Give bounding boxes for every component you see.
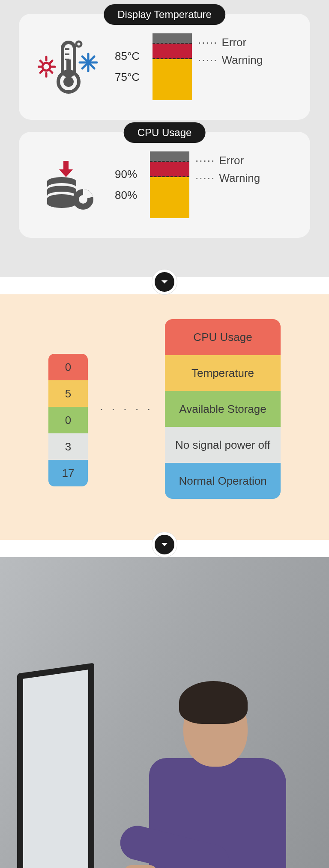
label-normal: Normal Operation [165, 463, 281, 499]
database-usage-icon [38, 159, 102, 210]
label-nosignal: No signal power off [165, 427, 281, 463]
operator-photo [0, 557, 329, 868]
status-counts-column: 0 5 0 3 17 [48, 354, 88, 486]
temp-warning-label: Warning [198, 53, 263, 67]
cpu-usage-card: CPU Usage [19, 132, 310, 238]
label-temp: Temperature [165, 355, 281, 391]
card-title-pill: CPU Usage [124, 122, 206, 143]
monitor-icon [17, 663, 94, 868]
svg-line-8 [50, 61, 52, 63]
svg-line-6 [50, 71, 52, 73]
cpu-error-label: Error [195, 154, 260, 167]
card-title-pill: Display Temperature [104, 4, 225, 25]
person-illustration [153, 672, 299, 868]
cpu-warning-value: 80% [115, 189, 137, 202]
temp-warning-value: 75°C [115, 71, 140, 84]
svg-point-16 [76, 41, 81, 47]
temp-error-value: 85°C [115, 50, 140, 63]
cpu-gauge [150, 151, 189, 218]
status-labels-column: CPU Usage Temperature Available Storage … [165, 319, 281, 499]
svg-line-7 [40, 71, 42, 73]
temp-error-label: Error [198, 36, 263, 49]
display-temperature-card: Display Temperature [19, 14, 310, 120]
count-normal: 17 [48, 460, 88, 486]
down-arrow-icon [152, 270, 177, 294]
cpu-warning-label: Warning [195, 172, 260, 185]
svg-rect-12 [66, 59, 71, 79]
temp-readings: 85°C 75°C [115, 50, 140, 84]
status-legend-section: 0 5 0 3 17 · · · · · CPU Usage Temperatu… [0, 294, 329, 540]
svg-point-0 [42, 63, 50, 71]
svg-point-29 [47, 199, 76, 208]
temp-gauge-labels: Error Warning [198, 33, 263, 67]
cpu-gauge-labels: Error Warning [195, 151, 260, 185]
svg-line-5 [40, 61, 42, 63]
cpu-readings: 90% 80% [115, 168, 137, 202]
label-storage: Available Storage [165, 391, 281, 427]
down-arrow-icon [152, 532, 177, 557]
thermometer-icon [38, 39, 102, 95]
svg-point-31 [79, 195, 87, 204]
temp-gauge [153, 33, 192, 100]
count-storage: 0 [48, 407, 88, 433]
count-temp: 5 [48, 380, 88, 407]
count-cpu: 0 [48, 354, 88, 380]
connector-dots: · · · · · [100, 402, 153, 416]
thresholds-section: Display Temperature [0, 0, 329, 277]
label-cpu: CPU Usage [165, 319, 281, 355]
cpu-error-value: 90% [115, 168, 137, 181]
count-nosignal: 3 [48, 433, 88, 460]
